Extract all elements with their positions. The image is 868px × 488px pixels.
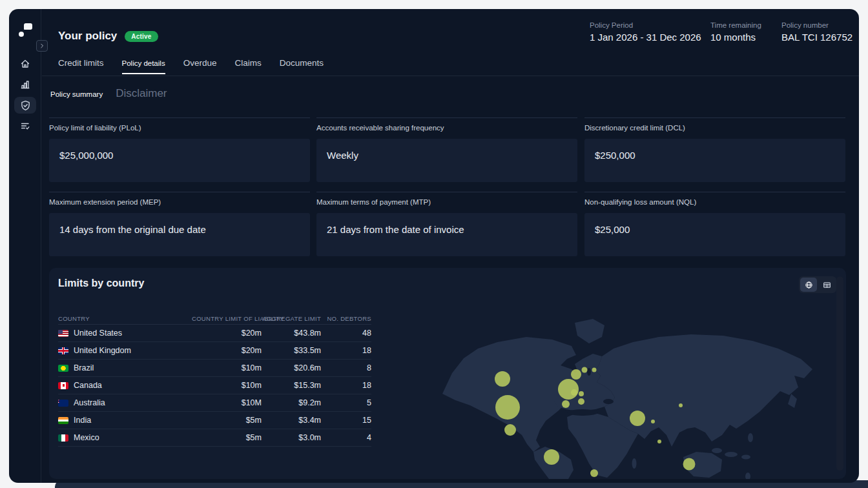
debtors-cell: 8: [321, 363, 371, 372]
map-bubble[interactable]: [571, 369, 581, 380]
sidebar-item-policy[interactable]: [14, 97, 36, 114]
country-name: Brazil: [74, 363, 94, 372]
limits-panel-title: Limits by country: [58, 278, 144, 289]
view-toggle: [799, 276, 836, 293]
map-view-button[interactable]: [800, 278, 817, 292]
map-bubble[interactable]: [592, 368, 597, 372]
sidebar-item-analytics[interactable]: [14, 76, 36, 93]
page-title: Your policy Active: [58, 30, 158, 43]
subtab-disclaimer[interactable]: Disclaimer: [116, 87, 167, 100]
card-label: Maximum extension period (MEP): [49, 198, 310, 206]
country-table-body: United States$20m$43.8m48United Kingdom$…: [58, 325, 371, 447]
home-icon: [20, 59, 30, 69]
table-view-button[interactable]: [818, 278, 835, 292]
table-row[interactable]: United Kingdom$20m$33.5m18: [58, 342, 371, 360]
table-row[interactable]: Canada$10m$15.3m18: [58, 377, 371, 394]
country-flag-icon: [58, 365, 68, 372]
country-flag-icon: [58, 330, 68, 337]
subtab-bar: Policy summary Disclaimer: [50, 87, 167, 100]
map-bubble[interactable]: [679, 403, 683, 407]
country-cell: Mexico: [58, 433, 192, 442]
map-bubble[interactable]: [495, 395, 520, 420]
country-cell: United Kingdom: [58, 346, 192, 355]
tab-divider: [42, 76, 859, 76]
sidebar-item-home[interactable]: [14, 56, 36, 72]
card-max-extension-period: Maximum extension period (MEP) 14 days f…: [49, 192, 310, 256]
map-bubble[interactable]: [504, 424, 516, 436]
app-logo: [18, 23, 32, 40]
panel-scrollbar[interactable]: [836, 276, 843, 471]
country-name: India: [74, 416, 91, 425]
card-value: 21 days from the date of invoice: [316, 213, 577, 256]
tab-documents[interactable]: Documents: [280, 58, 324, 74]
map-bubble[interactable]: [590, 469, 598, 477]
card-label: Policy limit of liability (PLoL): [49, 124, 310, 132]
country-flag-icon: [58, 400, 68, 407]
map-bubble[interactable]: [558, 379, 579, 400]
map-bubble[interactable]: [651, 420, 655, 423]
card-discretionary-credit-limit: Discretionary credit limit (DCL) $250,00…: [584, 117, 845, 182]
policy-period-value: 1 Jan 2026 - 31 Dec 2026: [590, 32, 701, 43]
map-bubble[interactable]: [578, 398, 584, 405]
card-max-terms-of-payment: Maximum terms of payment (MTP) 21 days f…: [316, 192, 577, 256]
tab-policy-details[interactable]: Policy details: [122, 59, 165, 74]
list-check-icon: [20, 121, 30, 131]
table-row[interactable]: United States$20m$43.8m48: [58, 325, 371, 342]
tab-claims[interactable]: Claims: [234, 58, 261, 74]
map-bubble[interactable]: [579, 391, 584, 396]
card-value: $25,000,000: [49, 139, 310, 182]
table-row[interactable]: India$5m$3.4m15: [58, 412, 371, 429]
debtors-cell: 18: [321, 381, 371, 390]
country-limits-table: COUNTRY COUNTRY LIMIT OF LIABILITY AGGRE…: [58, 313, 371, 447]
country-limit-cell: $10m: [192, 381, 262, 390]
debtors-cell: 48: [321, 329, 371, 338]
table-row[interactable]: Mexico$5m$3.0m4: [58, 429, 371, 447]
app-window: Your policy Active Policy Period 1 Jan 2…: [9, 9, 859, 483]
country-limit-cell: $5m: [192, 416, 262, 425]
aggregate-limit-cell: $20.6m: [262, 363, 321, 372]
card-ar-sharing-frequency: Accounts receivable sharing frequency We…: [316, 117, 577, 182]
sidebar-item-tasks[interactable]: [14, 117, 36, 134]
col-country-limit: COUNTRY LIMIT OF LIABILITY: [192, 315, 262, 322]
policy-number-meta: Policy number BAL TCI 126752: [781, 21, 852, 43]
card-label: Maximum terms of payment (MTP): [316, 198, 577, 206]
sidebar-expand-button[interactable]: [36, 40, 48, 52]
tab-overdue[interactable]: Overdue: [183, 58, 217, 74]
map-bubble[interactable]: [582, 367, 588, 373]
limits-by-country-panel: Limits by country COUNTRY COUNTRY LIMIT …: [49, 268, 846, 479]
col-aggregate-limit: AGGREGATE LIMIT: [262, 315, 321, 322]
country-name: United Kingdom: [74, 346, 131, 355]
country-limit-cell: $20m: [192, 346, 262, 355]
map-bubble[interactable]: [683, 458, 696, 471]
policy-number-label: Policy number: [781, 21, 852, 29]
policy-period-label: Policy Period: [590, 21, 701, 29]
card-policy-limit: Policy limit of liability (PLoL) $25,000…: [49, 117, 310, 182]
map-bubble[interactable]: [630, 411, 645, 426]
aggregate-limit-cell: $43.8m: [262, 329, 321, 338]
country-flag-icon: [58, 417, 68, 424]
country-limit-cell: $20m: [192, 329, 262, 338]
sidebar-nav: [9, 56, 41, 134]
world-map: [413, 297, 846, 479]
card-value: Weekly: [316, 139, 577, 182]
map-bubble[interactable]: [495, 371, 510, 387]
bar-chart-icon: [20, 79, 30, 90]
card-label: Discretionary credit limit (DCL): [584, 124, 845, 132]
aggregate-limit-cell: $33.5m: [262, 346, 321, 355]
card-value: $25,000: [584, 213, 845, 256]
tab-credit-limits[interactable]: Credit limits: [58, 58, 104, 74]
debtors-cell: 15: [321, 416, 371, 425]
map-bubble[interactable]: [562, 400, 570, 408]
country-cell: United States: [58, 329, 192, 338]
map-bubble[interactable]: [571, 389, 577, 396]
map-bubble[interactable]: [657, 440, 661, 443]
card-label: Non-qualifying loss amount (NQL): [584, 198, 845, 206]
table-row[interactable]: Australia$10M$9.2m5: [58, 394, 371, 412]
table-header-row: COUNTRY COUNTRY LIMIT OF LIABILITY AGGRE…: [58, 313, 371, 325]
policy-period-meta: Policy Period 1 Jan 2026 - 31 Dec 2026: [590, 21, 701, 43]
table-row[interactable]: Brazil$10m$20.6m8: [58, 360, 371, 377]
subtab-policy-summary[interactable]: Policy summary: [50, 90, 103, 98]
country-cell: Canada: [58, 381, 192, 390]
map-bubble[interactable]: [544, 449, 559, 465]
country-flag-icon: [58, 347, 68, 354]
